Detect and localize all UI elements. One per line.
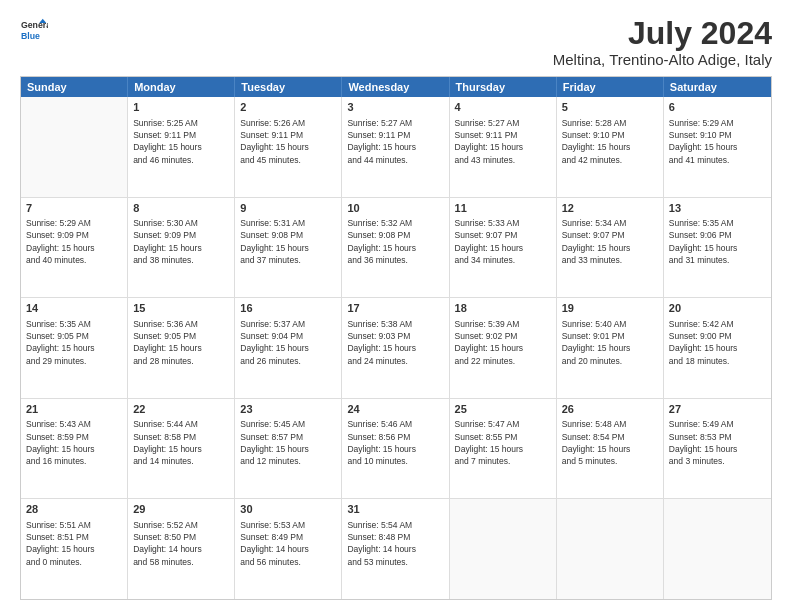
cell-line: Sunrise: 5:33 AM — [455, 217, 551, 229]
cell-line: Sunset: 9:09 PM — [133, 229, 229, 241]
cell-line: Sunrise: 5:36 AM — [133, 318, 229, 330]
day-number: 14 — [26, 301, 122, 316]
calendar-cell: 14Sunrise: 5:35 AMSunset: 9:05 PMDayligh… — [21, 298, 128, 398]
cell-line: and 44 minutes. — [347, 154, 443, 166]
cell-line: and 41 minutes. — [669, 154, 766, 166]
cell-line: and 45 minutes. — [240, 154, 336, 166]
cell-line: Sunset: 8:56 PM — [347, 431, 443, 443]
calendar-cell: 2Sunrise: 5:26 AMSunset: 9:11 PMDaylight… — [235, 97, 342, 197]
cell-line: Sunrise: 5:48 AM — [562, 418, 658, 430]
day-number: 27 — [669, 402, 766, 417]
calendar-cell: 19Sunrise: 5:40 AMSunset: 9:01 PMDayligh… — [557, 298, 664, 398]
header-day-friday: Friday — [557, 77, 664, 97]
cell-line: Sunset: 9:10 PM — [562, 129, 658, 141]
cell-line: Sunset: 8:48 PM — [347, 531, 443, 543]
cell-line: Sunset: 9:08 PM — [347, 229, 443, 241]
cell-line: Daylight: 15 hours — [240, 342, 336, 354]
cell-line: Daylight: 14 hours — [240, 543, 336, 555]
cell-line: Daylight: 15 hours — [133, 141, 229, 153]
calendar-cell — [450, 499, 557, 599]
cell-line: Daylight: 15 hours — [669, 342, 766, 354]
calendar-row-2: 14Sunrise: 5:35 AMSunset: 9:05 PMDayligh… — [21, 298, 771, 399]
cell-line: Daylight: 15 hours — [562, 443, 658, 455]
calendar-cell: 11Sunrise: 5:33 AMSunset: 9:07 PMDayligh… — [450, 198, 557, 298]
cell-line: Sunset: 9:06 PM — [669, 229, 766, 241]
cell-line: and 5 minutes. — [562, 455, 658, 467]
calendar-cell: 7Sunrise: 5:29 AMSunset: 9:09 PMDaylight… — [21, 198, 128, 298]
header-day-monday: Monday — [128, 77, 235, 97]
cell-line: Sunset: 9:04 PM — [240, 330, 336, 342]
cell-line: Sunrise: 5:51 AM — [26, 519, 122, 531]
cell-line: and 20 minutes. — [562, 355, 658, 367]
calendar-cell: 25Sunrise: 5:47 AMSunset: 8:55 PMDayligh… — [450, 399, 557, 499]
day-number: 9 — [240, 201, 336, 216]
cell-line: Daylight: 15 hours — [562, 342, 658, 354]
day-number: 18 — [455, 301, 551, 316]
cell-line: Sunrise: 5:32 AM — [347, 217, 443, 229]
day-number: 30 — [240, 502, 336, 517]
cell-line: and 14 minutes. — [133, 455, 229, 467]
cell-line: Sunrise: 5:49 AM — [669, 418, 766, 430]
header-day-tuesday: Tuesday — [235, 77, 342, 97]
calendar-cell: 5Sunrise: 5:28 AMSunset: 9:10 PMDaylight… — [557, 97, 664, 197]
cell-line: Sunrise: 5:53 AM — [240, 519, 336, 531]
calendar-cell: 29Sunrise: 5:52 AMSunset: 8:50 PMDayligh… — [128, 499, 235, 599]
day-number: 2 — [240, 100, 336, 115]
header-day-saturday: Saturday — [664, 77, 771, 97]
cell-line: and 7 minutes. — [455, 455, 551, 467]
cell-line: Sunset: 9:03 PM — [347, 330, 443, 342]
cell-line: and 53 minutes. — [347, 556, 443, 568]
calendar-cell: 26Sunrise: 5:48 AMSunset: 8:54 PMDayligh… — [557, 399, 664, 499]
cell-line: Daylight: 15 hours — [455, 342, 551, 354]
day-number: 31 — [347, 502, 443, 517]
cell-line: and 29 minutes. — [26, 355, 122, 367]
calendar-row-3: 21Sunrise: 5:43 AMSunset: 8:59 PMDayligh… — [21, 399, 771, 500]
day-number: 12 — [562, 201, 658, 216]
page-header: General Blue July 2024 Meltina, Trentino… — [20, 16, 772, 68]
calendar-cell: 24Sunrise: 5:46 AMSunset: 8:56 PMDayligh… — [342, 399, 449, 499]
calendar-cell: 6Sunrise: 5:29 AMSunset: 9:10 PMDaylight… — [664, 97, 771, 197]
cell-line: and 0 minutes. — [26, 556, 122, 568]
main-title: July 2024 — [553, 16, 772, 51]
cell-line: and 34 minutes. — [455, 254, 551, 266]
cell-line: Daylight: 15 hours — [455, 242, 551, 254]
day-number: 16 — [240, 301, 336, 316]
calendar-cell: 15Sunrise: 5:36 AMSunset: 9:05 PMDayligh… — [128, 298, 235, 398]
cell-line: Sunrise: 5:42 AM — [669, 318, 766, 330]
day-number: 5 — [562, 100, 658, 115]
calendar-cell: 28Sunrise: 5:51 AMSunset: 8:51 PMDayligh… — [21, 499, 128, 599]
cell-line: Daylight: 15 hours — [455, 443, 551, 455]
cell-line: Daylight: 15 hours — [26, 342, 122, 354]
cell-line: Sunrise: 5:39 AM — [455, 318, 551, 330]
cell-line: Daylight: 15 hours — [347, 141, 443, 153]
calendar-cell: 22Sunrise: 5:44 AMSunset: 8:58 PMDayligh… — [128, 399, 235, 499]
cell-line: Daylight: 15 hours — [669, 443, 766, 455]
cell-line: Sunrise: 5:28 AM — [562, 117, 658, 129]
cell-line: and 46 minutes. — [133, 154, 229, 166]
cell-line: Sunset: 8:51 PM — [26, 531, 122, 543]
cell-line: and 26 minutes. — [240, 355, 336, 367]
cell-line: Sunrise: 5:35 AM — [26, 318, 122, 330]
cell-line: Sunrise: 5:47 AM — [455, 418, 551, 430]
cell-line: and 43 minutes. — [455, 154, 551, 166]
day-number: 28 — [26, 502, 122, 517]
day-number: 3 — [347, 100, 443, 115]
cell-line: and 3 minutes. — [669, 455, 766, 467]
cell-line: Sunrise: 5:29 AM — [669, 117, 766, 129]
day-number: 21 — [26, 402, 122, 417]
cell-line: and 36 minutes. — [347, 254, 443, 266]
cell-line: Sunrise: 5:52 AM — [133, 519, 229, 531]
cell-line: Daylight: 15 hours — [455, 141, 551, 153]
cell-line: Daylight: 15 hours — [669, 141, 766, 153]
subtitle: Meltina, Trentino-Alto Adige, Italy — [553, 51, 772, 68]
cell-line: Sunrise: 5:40 AM — [562, 318, 658, 330]
cell-line: Daylight: 15 hours — [133, 242, 229, 254]
calendar-row-0: 1Sunrise: 5:25 AMSunset: 9:11 PMDaylight… — [21, 97, 771, 198]
cell-line: Daylight: 15 hours — [133, 342, 229, 354]
day-number: 26 — [562, 402, 658, 417]
cell-line: Sunrise: 5:34 AM — [562, 217, 658, 229]
day-number: 11 — [455, 201, 551, 216]
cell-line: Sunset: 9:11 PM — [455, 129, 551, 141]
calendar-cell: 20Sunrise: 5:42 AMSunset: 9:00 PMDayligh… — [664, 298, 771, 398]
cell-line: Sunrise: 5:46 AM — [347, 418, 443, 430]
